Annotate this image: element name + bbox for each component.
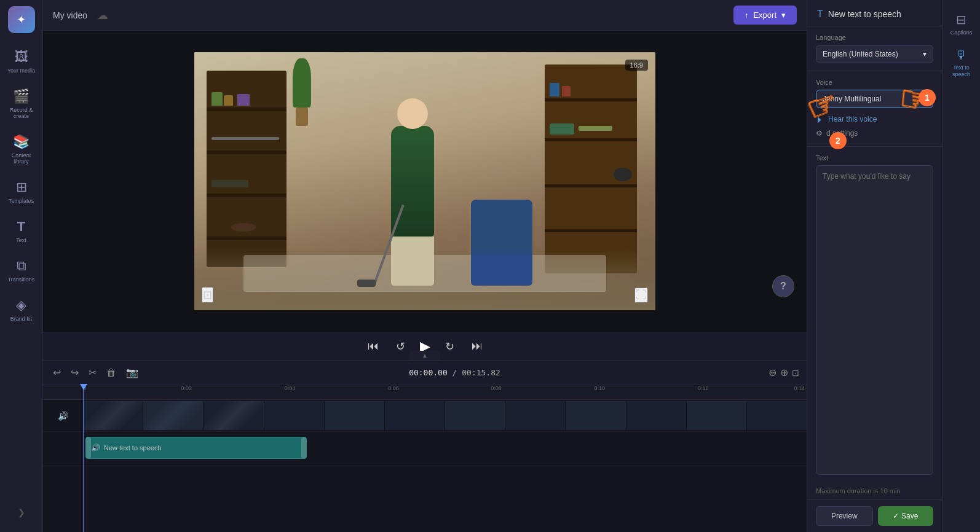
chevron-right-icon: ❯ — [18, 507, 25, 517]
fit-button[interactable]: ⊡ — [792, 368, 799, 378]
app-logo: ✦ — [8, 6, 35, 33]
templates-icon: ⊞ — [16, 179, 27, 195]
tts-icon: 🔊 — [91, 444, 100, 452]
video-section: 16:9 ⊡ ⛶ ❯ ? ⏮ ↺ ▶ ↻ ⏭ ▲ — [43, 31, 807, 360]
export-button[interactable]: ↑ Export ▾ — [733, 6, 797, 25]
track-label-video: 🔊 — [43, 411, 83, 421]
sidebar-item-transitions[interactable]: ⧉ Transitions — [2, 252, 41, 289]
tts-clip[interactable]: 🔊 New text to speech — [85, 437, 307, 459]
tts-trim-right[interactable] — [301, 437, 306, 458]
captions-tab[interactable]: ⊟ Captions — [944, 6, 979, 42]
left-sidebar: ✦ 🖼 Your media 🎬 Record & create 📚 Conte… — [0, 0, 43, 532]
timeline-toggle-button[interactable]: ▲ — [409, 351, 440, 360]
tts-label: New text to speech — [104, 444, 162, 452]
step-badge-2: 2 — [829, 132, 847, 149]
check-icon: ✓ — [893, 512, 899, 520]
video-track-content[interactable] — [83, 400, 807, 431]
voice-dropdown[interactable]: Jenny Multilingual ▾ — [816, 90, 933, 108]
text-icon: T — [17, 219, 25, 235]
sidebar-item-templates[interactable]: ⊞ Templates — [2, 173, 41, 210]
language-dropdown[interactable]: English (United States) ▾ — [816, 45, 933, 63]
settings-icon: ⚙ — [816, 129, 823, 138]
delete-button[interactable]: 🗑 — [104, 366, 119, 380]
forward-button[interactable]: ↻ — [443, 337, 457, 356]
zoom-controls: ⊖ ⊕ ⊡ — [769, 367, 799, 378]
cut-button[interactable]: ✂ — [86, 366, 99, 380]
text-to-speech-tab[interactable]: 🎙 Text to speech — [944, 42, 979, 84]
fullscreen-button[interactable]: ⛶ — [634, 288, 648, 303]
rewind-button[interactable]: ↺ — [393, 337, 408, 356]
cloud-save-icon: ☁ — [97, 9, 108, 22]
text-label: Text — [816, 154, 933, 162]
zoom-in-button[interactable]: ⊕ — [780, 367, 788, 378]
export-icon: ↑ — [745, 10, 749, 20]
video-canvas: 16:9 ⊡ ⛶ ❯ ? — [43, 31, 807, 332]
text-section: Text — [807, 147, 942, 482]
sidebar-item-content-library[interactable]: 📚 Content library — [2, 128, 41, 171]
record-icon: 🎬 — [13, 88, 30, 104]
sidebar-item-your-media[interactable]: 🖼 Your media — [2, 43, 41, 80]
undo-button[interactable]: ↩ — [50, 366, 63, 380]
text-input[interactable] — [816, 165, 933, 475]
tts-panel: ☞ ☞ 1 2 T New text to speech Language En… — [807, 0, 942, 532]
time-display: 00:00.00 / 00:15.82 — [409, 368, 500, 377]
chevron-down-icon: ▾ — [781, 10, 786, 20]
panel-footer: Preview ✓ Save — [807, 499, 942, 532]
sidebar-item-brand-kit[interactable]: ◈ Brand kit — [2, 291, 41, 328]
tts-panel-icon: T — [817, 9, 823, 20]
panel-header: T New text to speech — [807, 0, 942, 26]
tts-trim-left[interactable] — [86, 437, 91, 458]
tts-track-row: 🔊 New text to speech — [43, 432, 807, 466]
hear-voice-button[interactable]: ⏵ Hear this voice — [816, 113, 933, 125]
captions-icon: ⊟ — [956, 12, 966, 27]
help-button[interactable]: ? — [772, 275, 794, 297]
language-label: Language — [816, 34, 933, 41]
ruler-mark-14: 0:14 — [794, 385, 805, 391]
skip-back-button[interactable]: ⏮ — [365, 337, 381, 355]
step-badge-1: 1 — [919, 89, 936, 106]
total-time: 00:15.82 — [462, 368, 500, 377]
transitions-icon: ⧉ — [17, 258, 26, 274]
timeline-ruler: 0 0:02 0:04 0:06 0:08 0:10 0:12 0:14 — [43, 385, 807, 400]
timeline-tracks: 🔊 — [43, 400, 807, 532]
aspect-ratio-badge: 16:9 — [625, 60, 648, 71]
voice-label: Voice — [816, 79, 933, 86]
zoom-out-button[interactable]: ⊖ — [769, 367, 776, 378]
ruler-mark-02: 0:02 — [181, 385, 192, 391]
skip-forward-button[interactable]: ⏭ — [469, 337, 485, 355]
brand-icon: ◈ — [16, 297, 26, 313]
video-track-row: 🔊 — [43, 400, 807, 432]
ruler-mark-0: 0 — [83, 385, 86, 391]
toggle-display-button[interactable]: ⊡ — [202, 287, 213, 303]
ruler-mark-06: 0:06 — [388, 385, 399, 391]
sidebar-item-record-create[interactable]: 🎬 Record & create — [2, 82, 41, 125]
timeline-toolbar: ↩ ↪ ✂ 🗑 📷 00:00.00 / 00:15.82 ⊖ ⊕ ⊡ — [43, 361, 807, 385]
play-circle-icon: ⏵ — [816, 114, 824, 124]
library-icon: 📚 — [13, 134, 30, 150]
tts-track-content[interactable]: 🔊 New text to speech — [83, 432, 807, 466]
save-frame-button[interactable]: 📷 — [124, 366, 141, 380]
video-strip — [83, 401, 807, 430]
timeline-area: ↩ ↪ ✂ 🗑 📷 00:00.00 / 00:15.82 ⊖ ⊕ ⊡ 0 0:… — [43, 360, 807, 532]
sidebar-item-text[interactable]: T Text — [2, 213, 41, 249]
ruler-mark-12: 0:12 — [698, 385, 709, 391]
video-frame: 16:9 ⊡ ⛶ — [194, 52, 655, 310]
voice-section: Voice Jenny Multilingual ▾ ⏵ Hear this v… — [807, 71, 942, 147]
ruler-mark-10: 0:10 — [595, 385, 606, 391]
tts-mic-icon: 🎙 — [955, 48, 968, 62]
topbar: My video ☁ ↑ Export ▾ — [43, 0, 807, 31]
main-content: My video ☁ ↑ Export ▾ — [43, 0, 807, 532]
chevron-down-icon: ▾ — [923, 50, 927, 58]
redo-button[interactable]: ↪ — [68, 366, 81, 380]
language-value: English (United States) — [823, 50, 898, 58]
sidebar-collapse-btn[interactable]: ❯ — [2, 501, 41, 523]
current-time: 00:00.00 — [409, 368, 448, 377]
voice-value: Jenny Multilingual — [823, 95, 881, 103]
save-button[interactable]: ✓ Save — [878, 506, 934, 526]
panel-title: New text to speech — [828, 9, 901, 19]
media-icon: 🖼 — [15, 49, 28, 65]
captions-panel: ⊟ Captions 🎙 Text to speech — [942, 0, 980, 532]
preview-button[interactable]: Preview — [816, 506, 873, 526]
speaker-icon: 🔊 — [58, 411, 68, 421]
max-duration-note: Maximum duration is 10 min — [807, 482, 942, 499]
